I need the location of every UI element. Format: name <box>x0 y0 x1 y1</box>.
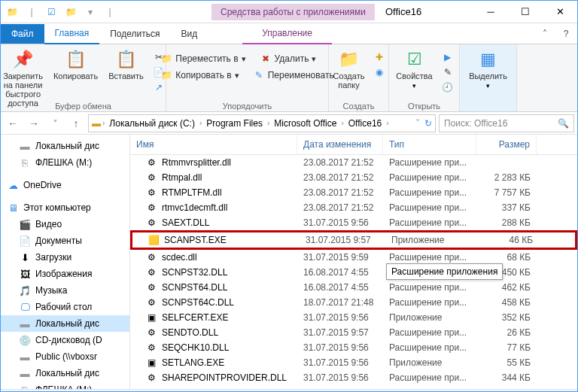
nav-desktop[interactable]: 🖵Рабочий стол <box>1 299 129 315</box>
crumb-mo[interactable]: Microsoft Office <box>271 118 339 129</box>
file-row[interactable]: ⚙Rtmmvrsplitter.dll23.08.2017 21:52Расши… <box>130 155 577 170</box>
open-icon: ▶ <box>442 51 454 63</box>
crumb-o16[interactable]: Office16 <box>345 118 385 129</box>
new-folder-button[interactable]: 📁 Создать папку <box>330 47 368 91</box>
nav-downloads[interactable]: ⬇Загрузки <box>1 249 129 266</box>
file-row[interactable]: ⚙RTMPLTFM.dll23.08.2017 21:52Расширение … <box>130 185 577 200</box>
minimize-button[interactable]: ─ <box>473 2 508 23</box>
file-row[interactable]: ⚙rtmvc1decmft.dll23.08.2017 21:52Расшире… <box>130 200 577 215</box>
new-item-button[interactable]: ✚ <box>372 50 387 64</box>
col-type[interactable]: Тип <box>383 135 476 154</box>
nav-forward-button[interactable]: → <box>25 114 43 132</box>
file-date: 31.07.2015 9:57 <box>300 235 385 245</box>
tab-share[interactable]: Поделиться <box>99 24 170 44</box>
nav-localdisk3[interactable]: ▬Локальный дис <box>1 365 129 381</box>
tab-home[interactable]: Главная <box>44 23 100 44</box>
file-row[interactable]: ⚙SAEXT.DLL31.07.2015 9:56Расширение при.… <box>130 215 577 230</box>
file-date: 23.08.2017 21:52 <box>297 187 383 198</box>
file-list[interactable]: Имя Дата изменения Тип Размер ⚙Rtmmvrspl… <box>130 135 577 389</box>
nav-onedrive[interactable]: ☁OneDrive <box>1 177 129 193</box>
copy-button[interactable]: 📋 Копировать <box>50 47 101 82</box>
file-icon: ⚙ <box>145 387 157 389</box>
copy-to-button[interactable]: 📁Копировать в ▾ <box>159 68 240 82</box>
select-button[interactable]: ▦ Выделить ▾ <box>466 47 510 91</box>
tab-manage[interactable]: Управление <box>242 23 332 44</box>
qat-properties-icon[interactable]: ☑ <box>44 5 58 19</box>
file-row[interactable]: ⚙SHAREPOINTPROVIDER.DLL31.07.2015 9:56Ра… <box>130 370 577 385</box>
file-row[interactable]: 🟨SCANPST.EXE31.07.2015 9:57Приложение46 … <box>130 230 577 250</box>
history-button[interactable]: 🕘 <box>440 81 455 94</box>
file-row[interactable]: ⚙SCNPST64.DLL16.08.2017 4:55Расширение п… <box>130 280 577 295</box>
file-size: 411 КБ <box>476 387 537 389</box>
nav-localdisk[interactable]: ▬Локальный дис <box>1 138 129 154</box>
crumb-pf[interactable]: Program Files <box>203 118 266 129</box>
ribbon-group-open-label: Открыть <box>389 102 459 111</box>
file-date: 18.07.2017 21:48 <box>297 297 383 308</box>
close-button[interactable]: ✕ <box>543 2 577 23</box>
tooltip: Расширение приложения <box>386 263 503 280</box>
music-icon: 🎵 <box>19 284 31 296</box>
address-dropdown-icon[interactable]: ˅ <box>415 118 420 129</box>
nav-documents[interactable]: 📄Документы <box>1 232 129 249</box>
file-name: SCNPST64C.DLL <box>162 297 234 308</box>
file-icon: ▣ <box>145 311 157 324</box>
help-button[interactable]: ? <box>558 29 574 39</box>
file-type: Расширение при... <box>383 372 476 383</box>
file-row[interactable]: ⚙SEQCHK10.DLL31.07.2015 9:56Расширение п… <box>130 340 577 355</box>
navigation-pane[interactable]: ▬Локальный дис ⎘ФЛЕШКА (M:) ☁OneDrive 🖥Э… <box>1 135 130 389</box>
nav-recent-dropdown[interactable]: ˅ <box>46 114 64 132</box>
column-headers[interactable]: Имя Дата изменения Тип Размер <box>130 135 577 155</box>
delete-button[interactable]: ✖Удалить ▾ <box>258 52 318 65</box>
paste-button[interactable]: 📋 Вставить <box>105 47 147 82</box>
col-size[interactable]: Размер <box>476 135 537 154</box>
edit-icon: ✎ <box>442 66 454 78</box>
maximize-button[interactable]: ☐ <box>508 2 543 23</box>
file-name: rtmvc1decmft.dll <box>162 202 227 213</box>
paste-shortcut-button[interactable]: ↗ <box>151 81 166 94</box>
search-box[interactable]: Поиск: Office16 🔍 <box>439 114 574 132</box>
file-row[interactable]: ⚙scdec.dll31.07.2015 9:59Расширение при.… <box>130 250 577 265</box>
nav-thispc[interactable]: 🖥Этот компьютер <box>1 199 129 216</box>
drive-icon: ▬ <box>19 318 31 330</box>
file-row[interactable]: ⚙SCNPST32.DLL16.08.2017 4:55450 КБ <box>130 265 577 280</box>
address-bar[interactable]: ▬ › Локальный диск (C:)› Program Files› … <box>88 114 436 132</box>
file-row[interactable]: ⚙SENDTO.DLL31.07.2015 9:57Расширение при… <box>130 325 577 340</box>
ribbon-collapse-button[interactable]: ˄ <box>537 29 553 39</box>
pin-to-quickaccess-button[interactable]: 📌 Закрепить на панели быстрого доступа <box>0 47 46 109</box>
file-row[interactable]: ⚙SignalRClient.dll31.07.2015 9:56Расшире… <box>130 385 577 389</box>
nav-videos[interactable]: 🎬Видео <box>1 216 129 232</box>
file-row[interactable]: ⚙Rtmpal.dll23.08.2017 21:52Расширение пр… <box>130 170 577 185</box>
qat-newfolder-icon[interactable]: 📁 <box>64 5 78 19</box>
nav-localdisk2[interactable]: ▬Локальный дис <box>1 315 129 332</box>
crumb-disk[interactable]: Локальный диск (C:) <box>106 118 198 129</box>
nav-public[interactable]: ▬Public (\\vboxsr <box>1 348 129 365</box>
move-to-button[interactable]: 📁Переместить в ▾ <box>159 52 247 65</box>
file-date: 16.08.2017 4:55 <box>297 282 383 293</box>
nav-music[interactable]: 🎵Музыка <box>1 282 129 299</box>
properties-button[interactable]: ☑ Свойства ▾ <box>393 47 435 91</box>
nav-flash2[interactable]: ⎘ФЛЕШКА (M:) <box>1 381 129 389</box>
col-name[interactable]: Имя <box>130 135 297 154</box>
download-icon: ⬇ <box>19 251 31 263</box>
file-row[interactable]: ▣SETLANG.EXE31.07.2015 9:56Приложение55 … <box>130 355 577 370</box>
edit-button[interactable]: ✎ <box>440 65 455 79</box>
refresh-button[interactable]: ↻ <box>424 118 432 129</box>
qat-dropdown-icon[interactable]: ▾ <box>84 5 97 19</box>
col-date[interactable]: Дата изменения <box>297 135 383 154</box>
file-row[interactable]: ▣SELFCERT.EXE31.07.2015 9:56Приложение35… <box>130 310 577 325</box>
nav-up-button[interactable]: ↑ <box>67 114 85 132</box>
tab-view[interactable]: Вид <box>170 24 208 44</box>
file-icon: ⚙ <box>145 172 157 184</box>
nav-back-button[interactable]: ← <box>4 114 22 132</box>
file-date: 31.07.2015 9:56 <box>297 342 383 353</box>
ribbon-group-organize-label: Упорядочить <box>166 102 328 111</box>
nav-images[interactable]: 🖼Изображения <box>1 266 129 282</box>
nav-flash[interactable]: ⎘ФЛЕШКА (M:) <box>1 154 129 171</box>
rename-button[interactable]: ✎Переименовать <box>251 68 336 82</box>
nav-cddrive[interactable]: 💿CD-дисковод (D <box>1 332 129 348</box>
file-row[interactable]: ⚙SCNPST64C.DLL18.07.2017 21:48Расширение… <box>130 295 577 310</box>
file-tab[interactable]: Файл <box>1 24 44 44</box>
open-button[interactable]: ▶ <box>440 50 455 64</box>
desktop-icon: 🖵 <box>19 301 31 313</box>
easy-access-button[interactable]: ◉ <box>372 65 387 79</box>
